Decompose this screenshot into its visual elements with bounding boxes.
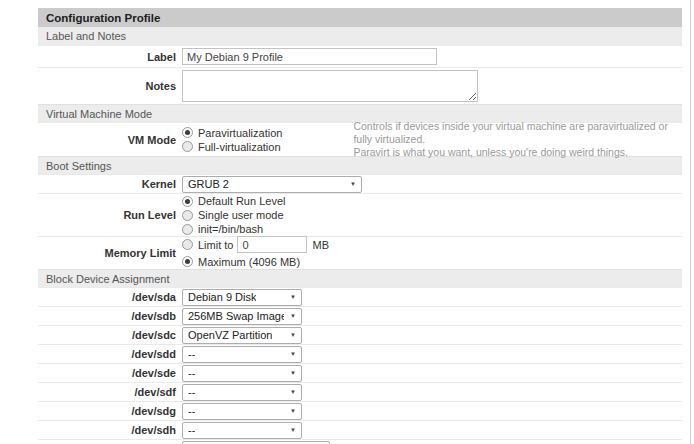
dropdown-arrow-icon: ▼ xyxy=(284,294,296,300)
radio-icon xyxy=(182,256,193,267)
device-select-sdb[interactable]: 256MB Swap Image ▼ xyxy=(182,308,302,325)
dropdown-arrow-icon: ▼ xyxy=(284,389,296,395)
device-select-sda[interactable]: Debian 9 Disk ▼ xyxy=(182,289,302,306)
section-header-block-device-assignment: Block Device Assignment xyxy=(38,269,682,287)
label-input[interactable] xyxy=(182,48,437,65)
radio-icon xyxy=(182,127,193,138)
notes-field-label: Notes xyxy=(38,80,182,92)
device-label: /dev/sdb xyxy=(38,310,182,322)
memory-limit-label: Memory Limit xyxy=(38,247,182,259)
device-select-sdd[interactable]: -- ▼ xyxy=(182,346,302,363)
vm-mode-help-text: Controls if devices inside your virtual … xyxy=(353,120,682,159)
kernel-select[interactable]: GRUB 2 ▼ xyxy=(182,176,362,193)
radio-limit-to[interactable]: Limit to xyxy=(182,238,233,252)
radio-icon xyxy=(182,196,193,207)
radio-single-user-mode[interactable]: Single user mode xyxy=(182,208,285,222)
device-label: /dev/sdh xyxy=(38,424,182,436)
device-row-sdh: /dev/sdh -- ▼ xyxy=(38,420,682,439)
run-level-label: Run Level xyxy=(38,209,182,221)
device-label: /dev/sdf xyxy=(38,386,182,398)
dropdown-arrow-icon: ▼ xyxy=(284,427,296,433)
radio-icon xyxy=(182,239,193,250)
radio-paravirtualization[interactable]: Paravirtualization xyxy=(182,126,353,140)
device-select-sde[interactable]: -- ▼ xyxy=(182,365,302,382)
memory-limit-input[interactable] xyxy=(237,236,307,253)
device-row-sdg: /dev/sdg -- ▼ xyxy=(38,401,682,420)
notes-textarea[interactable] xyxy=(182,70,478,102)
dropdown-arrow-icon: ▼ xyxy=(284,408,296,414)
dropdown-arrow-icon: ▼ xyxy=(284,332,296,338)
initrd-row: initrd -- No initrd -- ▼ xyxy=(38,439,682,444)
dropdown-arrow-icon: ▼ xyxy=(284,370,296,376)
label-row: Label xyxy=(38,45,682,67)
page-title: Configuration Profile xyxy=(38,8,682,27)
device-row-sde: /dev/sde -- ▼ xyxy=(38,363,682,382)
notes-row: Notes xyxy=(38,67,682,104)
device-row-sda: /dev/sda Debian 9 Disk ▼ xyxy=(38,287,682,306)
memory-limit-row: Memory Limit Limit to MB Maximum (4096 M… xyxy=(38,236,682,269)
vm-mode-label: VM Mode xyxy=(38,134,182,146)
device-label: /dev/sdc xyxy=(38,329,182,341)
dropdown-arrow-icon: ▼ xyxy=(344,181,356,187)
device-label: /dev/sde xyxy=(38,367,182,379)
device-select-sdf[interactable]: -- ▼ xyxy=(182,384,302,401)
device-select-sdg[interactable]: -- ▼ xyxy=(182,403,302,420)
kernel-label: Kernel xyxy=(38,178,182,190)
radio-icon xyxy=(182,224,193,235)
section-header-label-and-notes: Label and Notes xyxy=(38,27,682,45)
initrd-select[interactable]: -- No initrd -- ▼ xyxy=(182,441,330,444)
device-row-sdd: /dev/sdd -- ▼ xyxy=(38,344,682,363)
label-field-label: Label xyxy=(38,51,182,63)
device-row-sdb: /dev/sdb 256MB Swap Image ▼ xyxy=(38,306,682,325)
panel-right-border xyxy=(690,0,691,444)
device-row-sdc: /dev/sdc OpenVZ Partition ▼ xyxy=(38,325,682,344)
radio-icon xyxy=(182,141,193,152)
dropdown-arrow-icon: ▼ xyxy=(284,351,296,357)
vm-mode-row: VM Mode Paravirtualization Full-virtuali… xyxy=(38,122,682,156)
run-level-row: Run Level Default Run Level Single user … xyxy=(38,193,682,236)
radio-maximum-memory[interactable]: Maximum (4096 MB) xyxy=(182,255,300,269)
device-label: /dev/sda xyxy=(38,291,182,303)
device-select-sdh[interactable]: -- ▼ xyxy=(182,422,302,439)
device-label: /dev/sdg xyxy=(38,405,182,417)
configuration-profile-panel: Configuration Profile Label and Notes La… xyxy=(38,8,682,444)
kernel-row: Kernel GRUB 2 ▼ xyxy=(38,174,682,193)
radio-full-virtualization[interactable]: Full-virtualization xyxy=(182,140,353,154)
dropdown-arrow-icon: ▼ xyxy=(284,313,296,319)
radio-default-run-level[interactable]: Default Run Level xyxy=(182,194,285,208)
device-label: /dev/sdd xyxy=(38,348,182,360)
memory-limit-unit: MB xyxy=(312,239,329,251)
radio-icon xyxy=(182,210,193,221)
device-select-sdc[interactable]: OpenVZ Partition ▼ xyxy=(182,327,302,344)
device-row-sdf: /dev/sdf -- ▼ xyxy=(38,382,682,401)
radio-init-bin-bash[interactable]: init=/bin/bash xyxy=(182,222,285,236)
